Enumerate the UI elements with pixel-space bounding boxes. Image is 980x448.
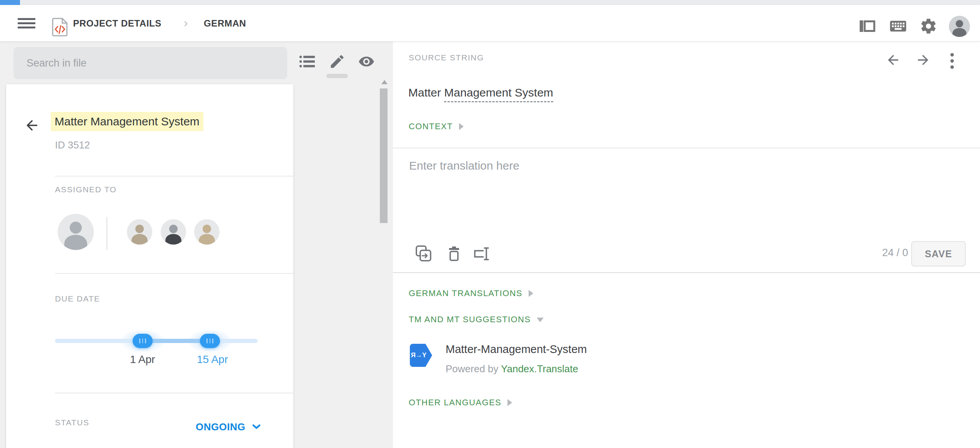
file-strings-panel: Matter Management System ID 3512 ASSIGNE… (0, 42, 393, 448)
mt-suggestion-row[interactable]: Я→Y Matter-Management-System Powered by … (410, 341, 756, 384)
back-arrow-icon[interactable] (24, 117, 40, 133)
keyboard-shortcuts-icon[interactable] (889, 17, 907, 35)
breadcrumb-file[interactable]: GERMAN (204, 18, 246, 29)
active-tab-indicator (0, 0, 20, 5)
settings-gear-icon[interactable] (920, 17, 937, 35)
card-divider (55, 393, 293, 393)
due-date-start: 1 Apr (130, 353, 155, 366)
preview-eye-icon[interactable] (358, 53, 375, 70)
edit-mode-active-indicator (326, 74, 348, 78)
menu-icon[interactable] (18, 18, 35, 28)
status-dropdown[interactable]: ONGOING (196, 421, 261, 433)
string-title: Matter Management System (51, 115, 203, 128)
delete-translation-icon[interactable] (445, 245, 463, 263)
translation-editor-panel: SOURCE STRING Matter Management System C… (393, 42, 980, 448)
card-divider (55, 176, 293, 177)
string-list-icon[interactable] (299, 53, 316, 70)
string-detail-card: Matter Management System ID 3512 ASSIGNE… (6, 84, 293, 448)
due-date-slider-handle-end[interactable] (200, 334, 220, 348)
context-section-toggle[interactable]: CONTEXT (409, 122, 464, 132)
tm-mt-suggestions-toggle[interactable]: TM AND MT SUGGESTIONS (409, 315, 544, 325)
editor-divider (393, 148, 980, 148)
edit-mode-pencil-icon[interactable] (329, 53, 346, 70)
side-by-side-mode-icon[interactable] (858, 17, 876, 35)
assigned-to-label: ASSIGNED TO (55, 185, 116, 194)
status-value: ONGOING (196, 421, 245, 433)
due-date-label: DUE DATE (55, 294, 100, 303)
due-date-slider-handle-start[interactable] (133, 334, 153, 348)
avatar-divider (106, 217, 107, 250)
source-term-dashed: Management System (444, 86, 553, 102)
chevron-down-icon (252, 424, 261, 430)
string-id: ID 3512 (55, 139, 90, 151)
assignee-avatar-4[interactable] (194, 219, 220, 245)
source-file-icon (52, 17, 68, 37)
triangle-right-icon (459, 123, 464, 130)
assignee-avatar-primary[interactable] (58, 214, 94, 250)
source-string-text: Matter Management System (408, 86, 553, 99)
save-button[interactable]: SAVE (911, 241, 966, 266)
card-divider (55, 273, 293, 274)
other-languages-toggle[interactable]: OTHER LANGUAGES (409, 398, 512, 408)
triangle-right-icon (529, 290, 533, 297)
breadcrumb-chevron-icon: › (184, 16, 188, 30)
clear-text-cursor-icon[interactable] (473, 245, 492, 263)
editor-divider (393, 272, 980, 273)
breadcrumb-project[interactable]: PROJECT DETAILS (73, 18, 161, 29)
copy-source-icon[interactable] (414, 245, 433, 263)
yandex-translate-badge-icon: Я→Y (410, 344, 432, 367)
app-header: PROJECT DETAILS › GERMAN (0, 5, 980, 42)
search-input[interactable] (13, 47, 287, 79)
german-translations-toggle[interactable]: GERMAN TRANSLATIONS (409, 288, 533, 298)
browser-strip (0, 0, 980, 5)
provider-link[interactable]: Yandex.Translate (501, 363, 578, 375)
triangle-down-icon (537, 318, 544, 322)
triangle-right-icon (507, 399, 512, 406)
more-options-kebab-icon[interactable] (950, 53, 954, 72)
suggestion-provider-line: Powered by Yandex.Translate (446, 363, 578, 375)
scrollbar-thumb[interactable] (380, 88, 388, 223)
due-date-end[interactable]: 15 Apr (197, 353, 228, 366)
character-counter: 24 / 0 (870, 247, 908, 259)
previous-string-arrow-icon[interactable] (885, 52, 901, 68)
assignee-avatar-3[interactable] (161, 219, 186, 245)
status-label: STATUS (55, 418, 89, 427)
user-avatar[interactable] (949, 16, 970, 37)
source-string-label: SOURCE STRING (409, 53, 484, 62)
scrollbar-up-arrow[interactable] (381, 80, 388, 84)
suggestion-text: Matter-Management-System (446, 343, 587, 356)
assignee-avatar-2[interactable] (127, 219, 152, 245)
next-string-arrow-icon[interactable] (915, 52, 931, 68)
